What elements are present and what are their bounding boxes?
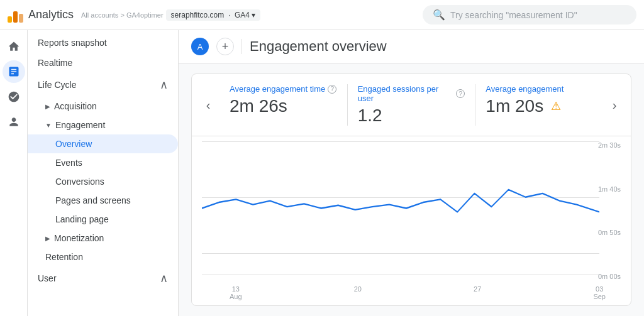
line-chart	[202, 141, 599, 275]
logo-bar-1	[8, 16, 12, 23]
chart-line	[202, 190, 599, 212]
chart-svg-container	[202, 141, 599, 275]
content-area: A + Engagement overview ‹ Average engage…	[179, 30, 644, 316]
chart-x-labels: 13 Aug 20 27 03 Sep	[230, 285, 606, 300]
sidebar-item-conversions[interactable]: Conversions	[28, 172, 178, 191]
sidebar-item-landing-page[interactable]: Landing page	[28, 210, 178, 229]
metric-value-1: 2m 26s	[230, 96, 337, 116]
account-info[interactable]: All accounts > GA4optimer seraphfitco.co…	[81, 9, 260, 21]
sidebar-item-engagement[interactable]: ▼ Engagement	[28, 116, 178, 134]
sidebar-item-monetization[interactable]: ▶ Monetization	[28, 229, 178, 248]
y-label-3: 0m 50s	[598, 229, 621, 236]
metric-label-3: Average engagement	[486, 84, 593, 94]
sidebar: Reports snapshot Realtime Life Cycle ∧ ▶…	[28, 30, 179, 316]
logo-icon	[8, 8, 23, 23]
sidebar-item-pages-screens[interactable]: Pages and screens	[28, 191, 178, 210]
chart-y-labels: 2m 30s 1m 40s 0m 50s 0m 00s	[598, 141, 621, 280]
sidebar-section-lifecycle[interactable]: Life Cycle ∧	[28, 73, 178, 97]
main-layout: Reports snapshot Realtime Life Cycle ∧ ▶…	[0, 30, 644, 316]
info-icon-2[interactable]: ?	[456, 89, 465, 98]
rail-reports-icon[interactable]	[3, 60, 25, 83]
engagement-card: ‹ Average engagement time ? 2m 26s Engag…	[191, 74, 631, 306]
x-label-1: 13 Aug	[230, 285, 242, 300]
metric-label-1: Average engagement time ?	[230, 84, 337, 94]
sidebar-item-realtime[interactable]: Realtime	[28, 53, 178, 73]
metrics-items: Average engagement time ? 2m 26s Engaged…	[219, 84, 603, 126]
sidebar-item-acquisition[interactable]: ▶ Acquisition	[28, 97, 178, 116]
metric-avg-engagement: Average engagement 1m 20s ⚠	[475, 84, 603, 126]
account-breadcrumb: All accounts > GA4optimer	[81, 11, 164, 19]
next-metric-button[interactable]: ›	[603, 94, 626, 116]
metric-avg-engagement-time: Average engagement time ? 2m 26s	[219, 84, 347, 126]
sidebar-item-reports-snapshot[interactable]: Reports snapshot	[28, 33, 178, 53]
content-header: A + Engagement overview	[179, 30, 644, 63]
metric-value-3: 1m 20s	[486, 96, 543, 116]
user-expand-icon: ∧	[160, 271, 168, 285]
x-label-2: 20	[354, 285, 362, 300]
x-label-4: 03 Sep	[593, 285, 606, 300]
rail-explore-icon[interactable]	[3, 85, 25, 108]
logo-bar-2	[13, 11, 18, 23]
monetization-expand-icon: ▶	[45, 235, 50, 242]
sidebar-item-retention[interactable]: Retention	[28, 248, 178, 266]
y-label-2: 1m 40s	[598, 185, 621, 193]
lifecycle-expand-icon: ∧	[160, 78, 168, 92]
x-label-3: 27	[474, 285, 481, 300]
divider	[242, 39, 242, 54]
page-title: Engagement overview	[250, 38, 387, 55]
metric-label-2: Engaged sessions per user ?	[358, 84, 465, 103]
account-selector[interactable]: seraphfitco.com · GA4 ▾	[166, 9, 261, 21]
prev-metric-button[interactable]: ‹	[197, 94, 219, 116]
rail-home-icon[interactable]	[3, 35, 25, 58]
chart-area: 2m 30s 1m 40s 0m 50s 0m 00s 13 Aug	[192, 136, 631, 305]
y-label-1: 2m 30s	[598, 141, 621, 149]
search-icon: 🔍	[433, 9, 445, 21]
metric-value-2: 1.2	[358, 106, 465, 126]
topbar: Analytics All accounts > GA4optimer sera…	[0, 0, 644, 30]
app-title: Analytics	[28, 8, 74, 21]
sidebar-item-events[interactable]: Events	[28, 153, 178, 172]
metric-engaged-sessions: Engaged sessions per user ? 1.2	[347, 84, 475, 126]
sidebar-section-user[interactable]: User ∧	[28, 266, 178, 290]
info-icon-1[interactable]: ?	[328, 85, 336, 94]
search-bar[interactable]: 🔍 Try searching "measurement ID"	[423, 5, 636, 25]
sidebar-item-overview[interactable]: Overview	[28, 134, 178, 153]
avatar: A	[191, 38, 209, 55]
rail-advertising-icon[interactable]	[3, 111, 25, 133]
logo-area: Analytics	[8, 8, 74, 23]
add-comparison-button[interactable]: +	[216, 38, 234, 55]
search-input[interactable]: Try searching "measurement ID"	[450, 10, 577, 20]
y-label-4: 0m 00s	[598, 273, 621, 280]
acquisition-expand-icon: ▶	[45, 103, 50, 110]
logo-bar-3	[19, 14, 23, 23]
warning-icon: ⚠	[551, 99, 561, 113]
icon-rail	[0, 30, 28, 316]
metrics-row: ‹ Average engagement time ? 2m 26s Engag…	[192, 74, 631, 136]
engagement-expand-icon: ▼	[45, 122, 52, 129]
